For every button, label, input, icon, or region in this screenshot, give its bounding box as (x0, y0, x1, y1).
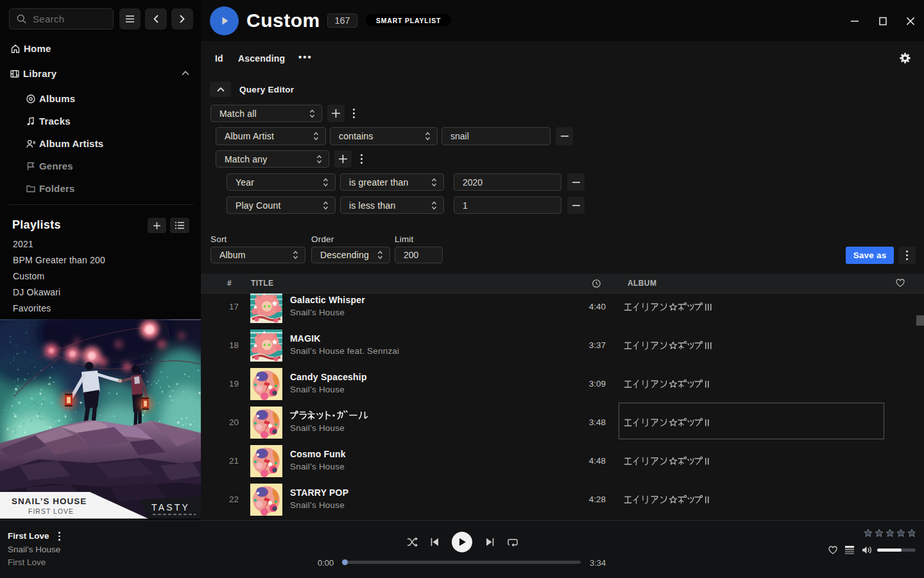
svg-text:SNAIL’S HOUSE: SNAIL’S HOUSE (12, 496, 87, 506)
svg-text:FIRST LOVE: FIRST LOVE (28, 507, 74, 515)
svg-text:TASTY: TASTY (151, 502, 190, 512)
